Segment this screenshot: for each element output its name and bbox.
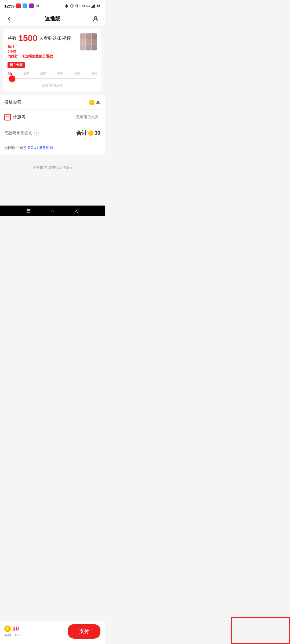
slider-val-5: 800 [91, 71, 97, 76]
total-row: 优惠与余额说明 ? 合计 ● 30 [0, 125, 105, 141]
svg-rect-2 [91, 7, 92, 8]
total-value: 合计 ● 30 [76, 129, 100, 137]
more-link-text: 更多能力请前往定向版 [32, 165, 70, 170]
thumb-cell-8 [86, 45, 91, 50]
coupon-label-group: 优惠券 [4, 114, 26, 120]
new-user-badge: 新户专享 [8, 62, 25, 68]
app-icon-3 [29, 3, 34, 8]
thumb-cell-2 [86, 33, 91, 39]
bottom-spacer [0, 181, 105, 202]
agreement-prefix: 已阅读并同意 [4, 145, 28, 150]
chevron-icon: › [99, 115, 100, 119]
coin-icon-total: ● [88, 130, 93, 136]
thumb-cell-4 [80, 39, 86, 45]
top-nav: 速推版 [0, 12, 105, 26]
coin-icon-investment: ● [89, 100, 95, 105]
thumb-cell-1 [80, 33, 86, 39]
svg-rect-4 [93, 5, 94, 8]
more-link[interactable]: 更多能力请前往定向版 › [0, 155, 105, 181]
total-label-group: 优惠与余额说明 ? [4, 130, 39, 136]
hd-badge: HD [81, 4, 85, 8]
total-prefix: 合计 [76, 129, 87, 137]
5g-badge: 5G [86, 4, 90, 8]
android-nav: ☰ ○ ◁ [0, 206, 105, 216]
svg-point-1 [77, 7, 77, 8]
slider-val-3: 400 [57, 71, 63, 76]
slider-track[interactable] [9, 78, 96, 79]
page-title: 速推版 [45, 15, 60, 22]
agreement-link[interactable]: DOU+服务协议 [28, 145, 53, 150]
agreement-section: 已阅读并同意 DOU+服务协议 [0, 141, 105, 155]
investment-row: 投放金额 ● 30 [0, 95, 105, 109]
coupon-icon [4, 114, 11, 120]
investment-amount: 30 [96, 100, 100, 105]
slider-val-4: 600 [74, 71, 80, 76]
back-button[interactable] [4, 14, 14, 24]
slider-section[interactable]: 30 100 200 400 600 800 左右滑动选择 [8, 71, 97, 88]
investment-value: ● 30 [89, 100, 100, 105]
slider-labels: 30 100 200 400 600 800 [8, 71, 97, 76]
app-icon-1 [16, 3, 21, 8]
signal-icon [91, 4, 96, 8]
slider-thumb[interactable] [9, 75, 15, 82]
audience-suffix: 人看到这条视频 [39, 35, 71, 41]
total-label: 优惠与余额说明 [4, 130, 32, 136]
subtitle-highlight: 6小时 [8, 49, 71, 54]
app-badge: 28 [35, 4, 39, 8]
more-link-arrow: › [71, 166, 73, 170]
audience-card: 将有 1500 人看到这条视频 预计6小时内推荐，未达播放量部分退款 [3, 29, 102, 92]
battery-indicator: 66 [97, 4, 100, 8]
coupon-label: 优惠券 [13, 115, 26, 120]
app-icon-2 [23, 3, 27, 8]
svg-point-6 [95, 16, 97, 19]
user-button[interactable] [91, 14, 100, 24]
thumb-cell-9 [92, 45, 97, 50]
slider-val-1: 100 [23, 71, 29, 76]
coupon-row[interactable]: 优惠券 无可用优惠券 › [0, 110, 105, 125]
subtitle-suffix: 内推荐，未达播放量部分退款 [8, 54, 53, 58]
svg-rect-5 [94, 5, 95, 8]
thumb-cell-5 [86, 39, 91, 45]
audience-prefix: 将有 [8, 35, 17, 41]
status-icons: HD 5G 66 [64, 4, 100, 8]
wifi-icon [75, 4, 79, 8]
water-icon [64, 4, 69, 8]
user-icon [92, 15, 99, 22]
subtitle: 预计6小时内推荐，未达播放量部分退款 [8, 44, 71, 59]
thumb-cell-6 [92, 39, 97, 45]
investment-label: 投放金额 [4, 100, 21, 105]
android-home-btn[interactable]: ○ [51, 208, 54, 214]
android-menu-btn[interactable]: ☰ [26, 208, 31, 214]
slider-val-2: 200 [40, 71, 46, 76]
status-time: 12:39 [4, 4, 15, 8]
audience-count: 1500 [18, 33, 37, 43]
video-thumbnail [80, 33, 97, 50]
svg-rect-3 [92, 6, 93, 8]
subtitle-pre: 预计 [8, 45, 15, 49]
coupon-svg [6, 116, 9, 119]
android-back-btn[interactable]: ◁ [75, 208, 78, 214]
status-bar: 12:39 28 HD 5G 66 [0, 0, 105, 12]
back-icon [6, 16, 12, 22]
thumb-cell-3 [92, 33, 97, 39]
alarm-icon [70, 4, 74, 8]
total-amount: 30 [95, 130, 100, 136]
coupon-value: 无可用优惠券 › [76, 115, 100, 120]
badge-row: 新户专享 [8, 62, 97, 68]
audience-text: 将有 1500 人看到这条视频 [8, 33, 71, 43]
slider-hint: 左右滑动选择 [8, 83, 97, 88]
main-content: 将有 1500 人看到这条视频 预计6小时内推荐，未达播放量部分退款 [0, 26, 105, 206]
thumb-cell-7 [80, 45, 86, 50]
help-icon[interactable]: ? [34, 131, 39, 136]
